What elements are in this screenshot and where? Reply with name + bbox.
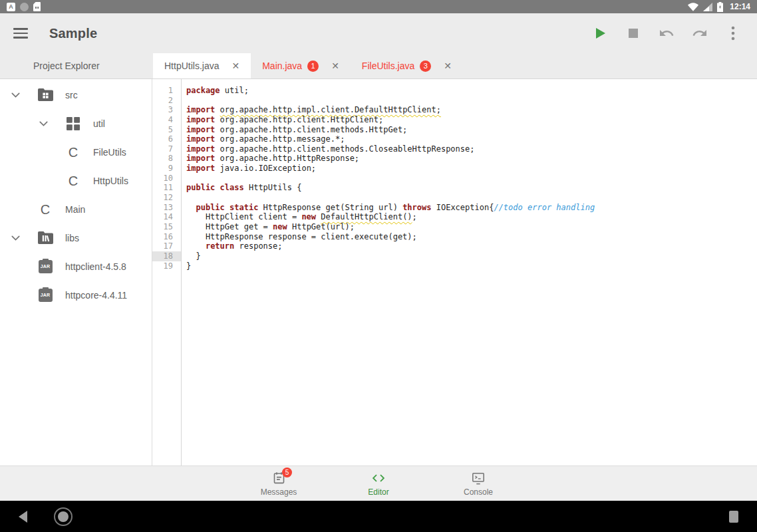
line-number: 14 xyxy=(152,212,181,222)
code-line[interactable]: 18 } xyxy=(152,251,757,261)
tree-item-label: httpclient-4.5.8 xyxy=(65,261,126,272)
bottom-nav: 5 Messages Editor Console xyxy=(0,466,757,501)
code-line[interactable]: 13 public static HttpResponse get(String… xyxy=(152,203,757,213)
tree-item-httpclient-4-5-8[interactable]: JARhttpclient-4.5.8 xyxy=(0,252,152,281)
status-left-icons: A xyxy=(7,2,41,11)
line-number: 8 xyxy=(152,154,181,164)
line-number: 15 xyxy=(152,222,181,232)
code-line[interactable]: 19} xyxy=(152,261,757,271)
tab-label: FileUtils.java xyxy=(362,61,414,71)
play-icon xyxy=(593,27,607,40)
undo-button[interactable] xyxy=(659,25,675,41)
line-number: 19 xyxy=(152,261,181,271)
line-number: 3 xyxy=(152,105,181,115)
chevron-down-icon[interactable] xyxy=(37,121,49,126)
line-number: 4 xyxy=(152,115,181,125)
tree-item-util[interactable]: util xyxy=(0,109,152,138)
code-line[interactable]: 4import org.apache.http.client.HttpClien… xyxy=(152,115,757,125)
overflow-menu-button[interactable] xyxy=(725,25,741,41)
android-recents-button[interactable] xyxy=(729,511,738,523)
code-line[interactable]: 12 xyxy=(152,193,757,203)
status-right-icons: 12:14 xyxy=(688,2,750,12)
code-text: import org.apache.http.client.methods.Ht… xyxy=(181,125,407,135)
tab-fileutils-java[interactable]: FileUtils.java 3✕ xyxy=(351,53,463,78)
app-title: Sample xyxy=(49,26,97,41)
tree-item-label: HttpUtils xyxy=(93,176,128,186)
undo-icon xyxy=(659,25,675,41)
project-explorer-label: Project Explorer xyxy=(0,53,153,78)
code-line[interactable]: 7import org.apache.http.client.methods.C… xyxy=(152,144,757,154)
line-number: 11 xyxy=(152,183,181,193)
status-time: 12:14 xyxy=(730,2,750,11)
tree-item-httpcore-4-4-11[interactable]: JARhttpcore-4.4.11 xyxy=(0,281,152,309)
code-line[interactable]: 1package util; xyxy=(152,86,757,96)
sim-card-icon xyxy=(33,2,41,11)
tree-item-main[interactable]: CMain xyxy=(0,195,152,223)
jar-icon: JAR xyxy=(37,260,53,273)
android-nav-bar xyxy=(0,501,757,532)
console-icon xyxy=(471,471,486,485)
line-number: 17 xyxy=(152,241,181,251)
tab-badge: 3 xyxy=(420,61,431,72)
code-text: } xyxy=(181,261,191,271)
hamburger-icon xyxy=(13,28,28,39)
tab-httputils-java[interactable]: HttpUtils.java ✕ xyxy=(153,53,251,78)
code-text: public class HttpUtils { xyxy=(181,183,301,193)
nav-badge: 5 xyxy=(282,467,292,477)
code-line[interactable]: 10 xyxy=(152,174,757,184)
code-text: HttpClient client = new DefaultHttpClien… xyxy=(181,212,417,222)
redo-button[interactable] xyxy=(692,25,708,41)
tree-item-libs[interactable]: libs xyxy=(0,223,152,252)
line-number: 5 xyxy=(152,125,181,135)
close-icon[interactable]: ✕ xyxy=(331,61,339,70)
editor-tabs: HttpUtils.java ✕ Main.java 1✕ FileUtils.… xyxy=(153,53,463,78)
editor-code-icon xyxy=(371,471,386,485)
code-line[interactable]: 6import org.apache.http.message.*; xyxy=(152,134,757,144)
code-line[interactable]: 14 HttpClient client = new DefaultHttpCl… xyxy=(152,212,757,222)
code-text: public static HttpResponse get(String ur… xyxy=(181,203,595,213)
nav-messages[interactable]: 5 Messages xyxy=(229,471,329,497)
android-home-button[interactable] xyxy=(27,507,73,526)
code-editor[interactable]: 1package util;23import org.apache.http.i… xyxy=(152,79,757,466)
toolbar-actions xyxy=(592,25,744,41)
notification-circle-icon xyxy=(20,3,29,11)
jar-icon: JAR xyxy=(37,289,53,302)
jar-badge-text: JAR xyxy=(41,264,51,269)
chevron-down-icon[interactable] xyxy=(9,92,21,98)
code-line[interactable]: 5import org.apache.http.client.methods.H… xyxy=(152,125,757,135)
close-icon[interactable]: ✕ xyxy=(231,61,239,70)
cellular-signal-icon xyxy=(703,3,712,11)
nav-console[interactable]: Console xyxy=(428,471,528,497)
tab-main-java[interactable]: Main.java 1✕ xyxy=(251,53,351,78)
tree-item-httputils[interactable]: CHttpUtils xyxy=(0,166,152,195)
home-icon xyxy=(54,507,73,526)
menu-button[interactable] xyxy=(13,28,28,39)
nav-editor[interactable]: Editor xyxy=(329,471,428,497)
code-line[interactable]: 2 xyxy=(152,96,757,106)
line-number: 7 xyxy=(152,144,181,154)
wifi-icon xyxy=(688,3,698,11)
code-line[interactable]: 3import org.apache.http.impl.client.Defa… xyxy=(152,105,757,115)
chevron-down-icon[interactable] xyxy=(9,235,21,241)
project-tree: srcutilCFileUtilsCHttpUtilsCMainlibsJARh… xyxy=(0,79,152,466)
close-icon[interactable]: ✕ xyxy=(444,61,452,70)
code-text: } xyxy=(181,251,201,261)
run-button[interactable] xyxy=(592,25,608,41)
tree-item-fileutils[interactable]: CFileUtils xyxy=(0,138,152,166)
code-text: HttpGet get = new HttpGet(url); xyxy=(181,222,355,232)
tree-item-src[interactable]: src xyxy=(0,80,152,109)
nav-label: Console xyxy=(464,487,493,497)
code-line[interactable]: 11public class HttpUtils { xyxy=(152,183,757,193)
package-folder-icon xyxy=(37,88,53,101)
code-line[interactable]: 15 HttpGet get = new HttpGet(url); xyxy=(152,222,757,232)
code-line[interactable]: 16 HttpResponse response = client.execut… xyxy=(152,232,757,242)
code-line[interactable]: 9import java.io.IOException; xyxy=(152,164,757,174)
line-number: 2 xyxy=(152,96,181,106)
stop-button[interactable] xyxy=(625,25,641,41)
android-back-button[interactable] xyxy=(19,511,27,523)
main-content: srcutilCFileUtilsCHttpUtilsCMainlibsJARh… xyxy=(0,79,757,466)
code-text: HttpResponse response = client.execute(g… xyxy=(181,232,417,242)
code-line[interactable]: 8import org.apache.http.HttpResponse; xyxy=(152,154,757,164)
code-line[interactable]: 17 return response; xyxy=(152,241,757,251)
line-number: 6 xyxy=(152,134,181,144)
